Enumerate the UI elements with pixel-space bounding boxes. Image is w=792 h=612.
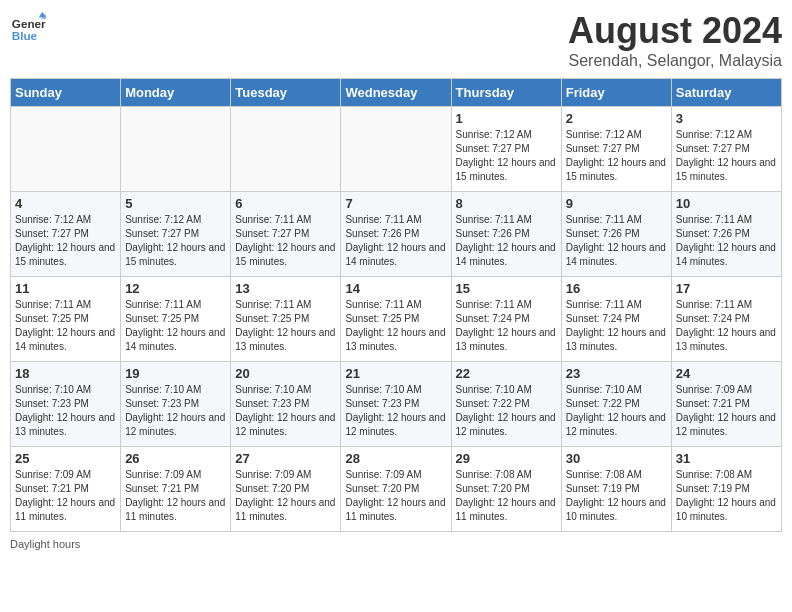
day-info: Sunrise: 7:11 AMSunset: 7:25 PMDaylight:… [15, 298, 116, 354]
day-info: Sunrise: 7:11 AMSunset: 7:25 PMDaylight:… [345, 298, 446, 354]
day-number: 22 [456, 366, 557, 381]
day-info: Sunrise: 7:09 AMSunset: 7:21 PMDaylight:… [125, 468, 226, 524]
day-number: 2 [566, 111, 667, 126]
calendar-cell: 30Sunrise: 7:08 AMSunset: 7:19 PMDayligh… [561, 447, 671, 532]
day-number: 5 [125, 196, 226, 211]
day-number: 14 [345, 281, 446, 296]
day-number: 21 [345, 366, 446, 381]
calendar-cell: 16Sunrise: 7:11 AMSunset: 7:24 PMDayligh… [561, 277, 671, 362]
day-info: Sunrise: 7:08 AMSunset: 7:20 PMDaylight:… [456, 468, 557, 524]
day-number: 13 [235, 281, 336, 296]
day-number: 30 [566, 451, 667, 466]
day-number: 31 [676, 451, 777, 466]
day-number: 15 [456, 281, 557, 296]
weekday-header-friday: Friday [561, 79, 671, 107]
day-number: 12 [125, 281, 226, 296]
week-row-3: 11Sunrise: 7:11 AMSunset: 7:25 PMDayligh… [11, 277, 782, 362]
calendar-cell: 29Sunrise: 7:08 AMSunset: 7:20 PMDayligh… [451, 447, 561, 532]
day-number: 28 [345, 451, 446, 466]
day-number: 18 [15, 366, 116, 381]
calendar-cell: 27Sunrise: 7:09 AMSunset: 7:20 PMDayligh… [231, 447, 341, 532]
day-info: Sunrise: 7:09 AMSunset: 7:20 PMDaylight:… [235, 468, 336, 524]
calendar-cell [121, 107, 231, 192]
calendar-cell: 25Sunrise: 7:09 AMSunset: 7:21 PMDayligh… [11, 447, 121, 532]
calendar-cell: 4Sunrise: 7:12 AMSunset: 7:27 PMDaylight… [11, 192, 121, 277]
day-info: Sunrise: 7:10 AMSunset: 7:23 PMDaylight:… [125, 383, 226, 439]
calendar-cell: 18Sunrise: 7:10 AMSunset: 7:23 PMDayligh… [11, 362, 121, 447]
day-info: Sunrise: 7:11 AMSunset: 7:26 PMDaylight:… [676, 213, 777, 269]
day-info: Sunrise: 7:10 AMSunset: 7:23 PMDaylight:… [235, 383, 336, 439]
day-info: Sunrise: 7:12 AMSunset: 7:27 PMDaylight:… [456, 128, 557, 184]
day-number: 7 [345, 196, 446, 211]
footer: Daylight hours [10, 538, 782, 550]
week-row-1: 1Sunrise: 7:12 AMSunset: 7:27 PMDaylight… [11, 107, 782, 192]
page-header: General Blue August 2024 Serendah, Selan… [10, 10, 782, 70]
location: Serendah, Selangor, Malaysia [568, 52, 782, 70]
day-info: Sunrise: 7:10 AMSunset: 7:22 PMDaylight:… [456, 383, 557, 439]
calendar-cell: 6Sunrise: 7:11 AMSunset: 7:27 PMDaylight… [231, 192, 341, 277]
calendar-cell: 8Sunrise: 7:11 AMSunset: 7:26 PMDaylight… [451, 192, 561, 277]
logo: General Blue [10, 10, 46, 46]
week-row-2: 4Sunrise: 7:12 AMSunset: 7:27 PMDaylight… [11, 192, 782, 277]
calendar-cell: 21Sunrise: 7:10 AMSunset: 7:23 PMDayligh… [341, 362, 451, 447]
week-row-5: 25Sunrise: 7:09 AMSunset: 7:21 PMDayligh… [11, 447, 782, 532]
calendar-cell: 23Sunrise: 7:10 AMSunset: 7:22 PMDayligh… [561, 362, 671, 447]
day-info: Sunrise: 7:11 AMSunset: 7:24 PMDaylight:… [566, 298, 667, 354]
calendar-cell: 12Sunrise: 7:11 AMSunset: 7:25 PMDayligh… [121, 277, 231, 362]
day-info: Sunrise: 7:11 AMSunset: 7:26 PMDaylight:… [456, 213, 557, 269]
day-info: Sunrise: 7:11 AMSunset: 7:24 PMDaylight:… [456, 298, 557, 354]
calendar-cell: 22Sunrise: 7:10 AMSunset: 7:22 PMDayligh… [451, 362, 561, 447]
weekday-header-tuesday: Tuesday [231, 79, 341, 107]
calendar-cell: 15Sunrise: 7:11 AMSunset: 7:24 PMDayligh… [451, 277, 561, 362]
calendar-cell: 19Sunrise: 7:10 AMSunset: 7:23 PMDayligh… [121, 362, 231, 447]
day-info: Sunrise: 7:10 AMSunset: 7:22 PMDaylight:… [566, 383, 667, 439]
day-info: Sunrise: 7:11 AMSunset: 7:26 PMDaylight:… [566, 213, 667, 269]
day-number: 25 [15, 451, 116, 466]
logo-icon: General Blue [10, 10, 46, 46]
day-info: Sunrise: 7:11 AMSunset: 7:26 PMDaylight:… [345, 213, 446, 269]
day-number: 10 [676, 196, 777, 211]
day-number: 6 [235, 196, 336, 211]
calendar-cell: 10Sunrise: 7:11 AMSunset: 7:26 PMDayligh… [671, 192, 781, 277]
calendar-cell: 13Sunrise: 7:11 AMSunset: 7:25 PMDayligh… [231, 277, 341, 362]
day-number: 19 [125, 366, 226, 381]
day-number: 11 [15, 281, 116, 296]
calendar-cell: 31Sunrise: 7:08 AMSunset: 7:19 PMDayligh… [671, 447, 781, 532]
calendar-cell: 5Sunrise: 7:12 AMSunset: 7:27 PMDaylight… [121, 192, 231, 277]
weekday-header-thursday: Thursday [451, 79, 561, 107]
calendar-cell: 9Sunrise: 7:11 AMSunset: 7:26 PMDaylight… [561, 192, 671, 277]
day-number: 4 [15, 196, 116, 211]
calendar-table: SundayMondayTuesdayWednesdayThursdayFrid… [10, 78, 782, 532]
calendar-cell [341, 107, 451, 192]
day-info: Sunrise: 7:10 AMSunset: 7:23 PMDaylight:… [15, 383, 116, 439]
day-number: 29 [456, 451, 557, 466]
calendar-cell: 1Sunrise: 7:12 AMSunset: 7:27 PMDaylight… [451, 107, 561, 192]
day-info: Sunrise: 7:11 AMSunset: 7:25 PMDaylight:… [235, 298, 336, 354]
day-number: 27 [235, 451, 336, 466]
title-block: August 2024 Serendah, Selangor, Malaysia [568, 10, 782, 70]
weekday-header-monday: Monday [121, 79, 231, 107]
day-number: 1 [456, 111, 557, 126]
day-info: Sunrise: 7:12 AMSunset: 7:27 PMDaylight:… [15, 213, 116, 269]
weekday-header-wednesday: Wednesday [341, 79, 451, 107]
day-info: Sunrise: 7:11 AMSunset: 7:25 PMDaylight:… [125, 298, 226, 354]
day-info: Sunrise: 7:09 AMSunset: 7:21 PMDaylight:… [15, 468, 116, 524]
day-number: 23 [566, 366, 667, 381]
calendar-cell [231, 107, 341, 192]
day-info: Sunrise: 7:09 AMSunset: 7:20 PMDaylight:… [345, 468, 446, 524]
day-number: 24 [676, 366, 777, 381]
day-info: Sunrise: 7:08 AMSunset: 7:19 PMDaylight:… [676, 468, 777, 524]
day-number: 8 [456, 196, 557, 211]
day-info: Sunrise: 7:12 AMSunset: 7:27 PMDaylight:… [566, 128, 667, 184]
calendar-cell: 11Sunrise: 7:11 AMSunset: 7:25 PMDayligh… [11, 277, 121, 362]
day-number: 26 [125, 451, 226, 466]
calendar-cell: 2Sunrise: 7:12 AMSunset: 7:27 PMDaylight… [561, 107, 671, 192]
calendar-cell: 14Sunrise: 7:11 AMSunset: 7:25 PMDayligh… [341, 277, 451, 362]
calendar-cell: 24Sunrise: 7:09 AMSunset: 7:21 PMDayligh… [671, 362, 781, 447]
weekday-header-sunday: Sunday [11, 79, 121, 107]
day-number: 17 [676, 281, 777, 296]
calendar-cell: 7Sunrise: 7:11 AMSunset: 7:26 PMDaylight… [341, 192, 451, 277]
calendar-cell: 28Sunrise: 7:09 AMSunset: 7:20 PMDayligh… [341, 447, 451, 532]
calendar-cell: 3Sunrise: 7:12 AMSunset: 7:27 PMDaylight… [671, 107, 781, 192]
day-number: 9 [566, 196, 667, 211]
